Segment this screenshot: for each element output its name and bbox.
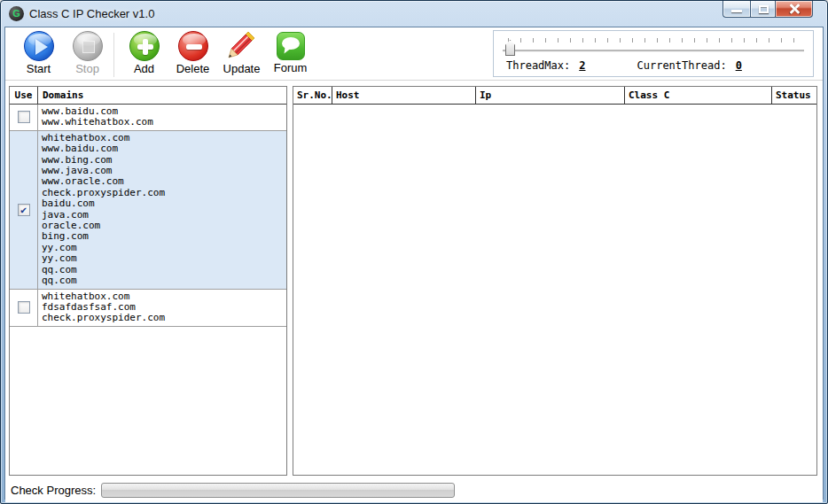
app-window: G Class C IP Checker v1.0 Start Stop [0,0,828,504]
toolbar: Start Stop Add Delete [5,27,823,81]
results-table-header: Sr.No. Host Ip Class C Status [293,87,816,105]
use-column-header: Use [10,87,38,104]
update-icon pencil-icon [227,31,257,61]
domain-group-text: whitehatbox.com www.baidu.com www.bing.c… [38,131,286,289]
status-bar: Check Progress: [5,477,823,502]
header-status: Status [772,87,816,104]
delete-icon [178,31,208,61]
header-host: Host [332,87,476,104]
start-label: Start [27,62,51,75]
thread-settings-box: ThreadMax: 2 CurrentThread: 0 [493,30,814,77]
close-icon [789,4,800,14]
client-area: Start Stop Add Delete [4,27,824,500]
start-button[interactable]: Start [14,31,63,75]
app-icon: G [9,6,24,21]
results-table: Sr.No. Host Ip Class C Status [293,86,817,476]
stop-button: Stop [63,31,112,75]
add-label: Add [134,62,154,75]
domains-column-header: Domains [38,87,286,104]
use-cell [10,290,38,326]
use-checkbox[interactable] [18,111,30,123]
titlebar[interactable]: G Class C IP Checker v1.0 [1,1,827,27]
update-label: Update [223,62,261,75]
threadmax-label: ThreadMax: [506,59,570,72]
domain-group-row[interactable]: ✔ whitehatbox.com www.baidu.com www.bing… [10,131,286,290]
caption-buttons [723,1,813,18]
threadmax-value: 2 [579,59,585,72]
stop-label: Stop [75,62,99,75]
slider-ticks [508,38,802,43]
use-cell: ✔ [10,131,38,289]
threadmax-slider[interactable] [503,50,804,51]
maximize-button[interactable] [750,1,776,18]
domain-group-row[interactable]: whitehatbox.com fdsafdasfsaf.com check.p… [10,290,286,327]
minimize-button[interactable] [723,1,750,18]
use-checkbox[interactable]: ✔ [18,204,30,216]
domain-group-text: whitehatbox.com fdsafdasfsaf.com check.p… [38,290,286,326]
header-classc: Class C [625,87,772,104]
forum-icon chat-bubble-icon [277,32,305,60]
domain-list-header: Use Domains [10,87,286,105]
delete-label: Delete [176,62,210,75]
domain-group-row[interactable]: www.baidu.com www.whitehatbox.com [10,105,286,131]
header-ip: Ip [476,87,625,104]
add-button[interactable]: Add [120,31,168,75]
domain-list-panel: Use Domains www.baidu.com www.whitehatbo… [9,86,287,476]
toolbar-separator [113,33,114,77]
add-icon [129,31,160,61]
stop-icon [73,31,103,61]
minimize-icon [731,10,742,12]
currentthread-label: CurrentThread: [637,59,726,72]
use-checkbox[interactable] [18,301,30,314]
domain-group-list: www.baidu.com www.whitehatbox.com ✔ whit… [10,105,286,327]
close-button[interactable] [776,1,813,18]
forum-label: Forum [274,61,308,74]
update-button[interactable]: Update [217,31,266,75]
check-progress-label: Check Progress: [11,484,96,497]
header-srno: Sr.No. [293,87,332,104]
forum-button[interactable]: Forum [266,31,315,74]
window-title: Class C IP Checker v1.0 [29,7,154,20]
check-progress-bar [101,483,455,498]
use-cell [10,105,38,130]
maximize-icon [759,5,769,13]
currentthread-value: 0 [736,59,742,72]
delete-button[interactable]: Delete [168,31,217,75]
domain-group-text: www.baidu.com www.whitehatbox.com [38,105,286,130]
start-icon [24,31,54,61]
